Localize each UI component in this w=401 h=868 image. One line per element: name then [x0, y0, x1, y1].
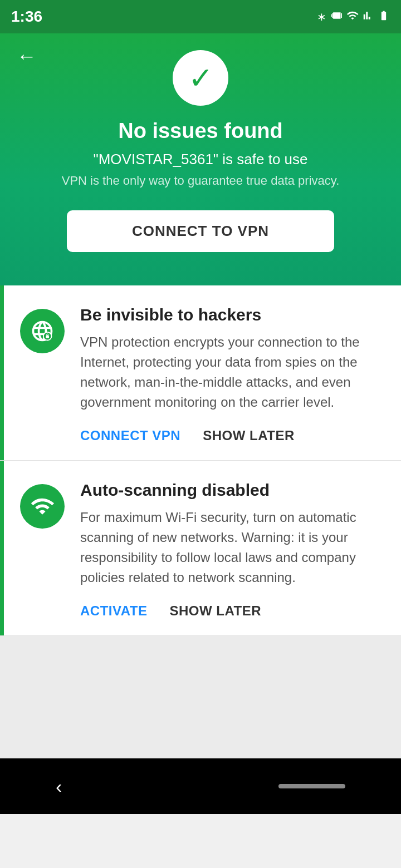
- status-bar: 1:36 ∗: [0, 0, 401, 33]
- check-icon: ✓: [188, 63, 213, 93]
- wifi-icon-circle: [20, 484, 65, 529]
- connect-to-vpn-button[interactable]: CONNECT TO VPN: [67, 210, 334, 252]
- hackers-card-title: Be invisible to hackers: [80, 305, 381, 324]
- hackers-card-actions: CONNECT VPN SHOW LATER: [80, 428, 381, 449]
- bluetooth-icon: ∗: [317, 10, 326, 23]
- hackers-card: Be invisible to hackers VPN protection e…: [0, 285, 401, 461]
- back-button[interactable]: ←: [17, 45, 37, 68]
- status-time: 1:36: [11, 8, 42, 26]
- hero-title: No issues found: [118, 119, 283, 143]
- activate-autoscan-button[interactable]: ACTIVATE: [80, 603, 147, 619]
- navigation-bar: ‹: [0, 758, 401, 814]
- nav-home-pill[interactable]: [278, 784, 345, 788]
- cards-section: Be invisible to hackers VPN protection e…: [0, 285, 401, 636]
- autoscan-card: Auto-scanning disabled For maximum Wi-Fi…: [0, 461, 401, 636]
- hackers-card-desc: VPN protection encrypts your connection …: [80, 332, 381, 412]
- check-circle: ✓: [173, 50, 228, 106]
- autoscan-card-desc: For maximum Wi-Fi security, turn on auto…: [80, 507, 381, 588]
- nav-back-icon[interactable]: ‹: [56, 776, 62, 797]
- hackers-card-body: Be invisible to hackers VPN protection e…: [80, 305, 381, 449]
- battery-icon: [378, 10, 390, 24]
- autoscan-card-title: Auto-scanning disabled: [80, 481, 381, 500]
- autoscan-card-content: Auto-scanning disabled For maximum Wi-Fi…: [20, 481, 381, 624]
- autoscan-show-later-button[interactable]: SHOW LATER: [169, 603, 261, 619]
- status-icons: ∗: [317, 9, 390, 24]
- card-left-bar: [0, 285, 4, 460]
- autoscan-card-actions: ACTIVATE SHOW LATER: [80, 603, 381, 624]
- card-left-bar-2: [0, 461, 4, 635]
- hackers-show-later-button[interactable]: SHOW LATER: [203, 428, 295, 443]
- card-content: Be invisible to hackers VPN protection e…: [20, 305, 381, 449]
- hero-section: ← ✓ No issues found "MOVISTAR_5361" is s…: [0, 33, 401, 285]
- vibrate-icon: [331, 10, 342, 24]
- hero-subtitle: "MOVISTAR_5361" is safe to use: [93, 151, 307, 168]
- autoscan-card-body: Auto-scanning disabled For maximum Wi-Fi…: [80, 481, 381, 624]
- wifi-icon: [346, 9, 359, 24]
- vpn-globe-icon-circle: [20, 309, 65, 353]
- connect-vpn-action-button[interactable]: CONNECT VPN: [80, 428, 180, 443]
- bottom-area: [0, 636, 401, 758]
- signal-icon: [363, 11, 373, 23]
- hero-note: VPN is the only way to guarantee true da…: [62, 174, 340, 188]
